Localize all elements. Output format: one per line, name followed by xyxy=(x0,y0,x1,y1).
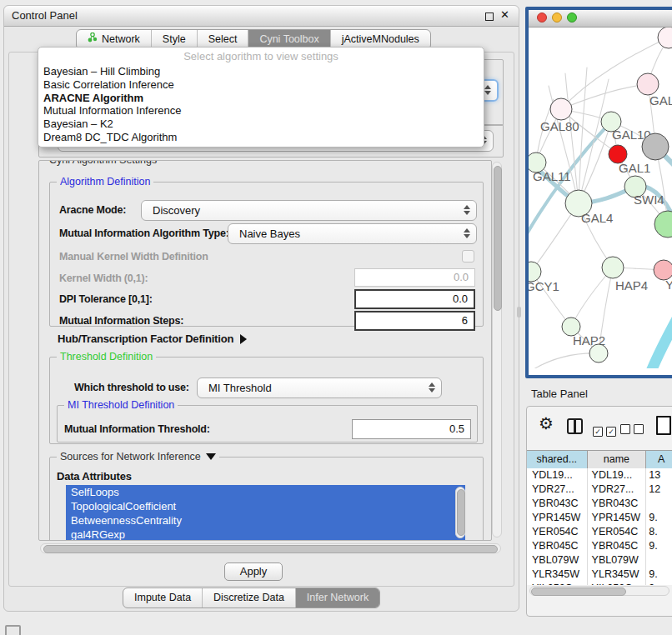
table-cell[interactable]: YER054C xyxy=(588,525,647,539)
zoom-traffic-light[interactable] xyxy=(567,12,577,22)
scrollbar-thumb[interactable] xyxy=(494,166,502,311)
network-edge[interactable] xyxy=(579,79,609,203)
algorithm-option[interactable]: Mutual Information Inference xyxy=(38,104,484,118)
table-cell[interactable]: YDR27... xyxy=(527,482,588,497)
table-cell[interactable]: YLR345W xyxy=(588,568,647,582)
data-attribute-item[interactable]: gal4RGexp xyxy=(66,528,465,540)
column-header-shared-name[interactable]: shared... xyxy=(527,451,588,469)
settings-horizontal-scrollbar[interactable] xyxy=(40,543,501,553)
dpi-tolerance-field[interactable]: 0.0 xyxy=(354,289,475,309)
table-row[interactable]: YDL19...YDL19...13 xyxy=(527,468,672,482)
close-traffic-light[interactable] xyxy=(537,12,547,22)
table-cell[interactable]: YBR043C xyxy=(527,497,588,511)
network-edge[interactable] xyxy=(650,286,672,368)
algorithm-option[interactable]: Bayesian – Hill Climbing xyxy=(38,65,484,78)
network-node[interactable] xyxy=(658,28,672,48)
table-row[interactable]: YBL079WYBL079W xyxy=(527,553,672,568)
dpi-tolerance-value: 0.0 xyxy=(453,292,468,305)
data-attribute-item[interactable]: BetweennessCentrality xyxy=(66,513,465,528)
hub-definition-label: Hub/Transcription Factor Definition xyxy=(58,332,233,345)
manual-kernel-checkbox[interactable] xyxy=(462,250,474,262)
apply-button[interactable]: Apply xyxy=(224,562,283,581)
split-pane-divider[interactable] xyxy=(517,307,521,318)
tab-infer-network[interactable]: Infer Network xyxy=(295,588,379,608)
table-cell[interactable] xyxy=(646,553,672,568)
network-node[interactable] xyxy=(602,257,624,278)
table-cell[interactable]: YDL19... xyxy=(527,468,588,482)
aracne-mode-combobox[interactable]: Discovery xyxy=(141,200,477,221)
attributes-list-scrollbar[interactable] xyxy=(455,487,465,538)
select-all-icon[interactable]: ✓✓ xyxy=(593,422,619,438)
data-attribute-item[interactable]: TopologicalCoefficient xyxy=(66,499,465,513)
tab-impute-data[interactable]: Impute Data xyxy=(123,588,202,608)
table-cell[interactable]: YDL19... xyxy=(588,468,647,482)
table-cell[interactable]: YER054C xyxy=(527,525,588,539)
scrollbar-thumb[interactable] xyxy=(43,545,498,553)
select-none-icon[interactable] xyxy=(620,422,647,438)
document-icon[interactable] xyxy=(656,416,671,435)
kernel-width-field[interactable]: 0.0 xyxy=(354,268,475,287)
network-edge[interactable] xyxy=(565,73,579,203)
table-cell[interactable] xyxy=(646,497,672,511)
sources-group-title[interactable]: Sources for Network Inference xyxy=(57,451,219,462)
column-header-partial[interactable]: A xyxy=(646,451,672,469)
algorithm-option[interactable]: Basic Correlation Inference xyxy=(38,78,484,92)
scrollbar-thumb[interactable] xyxy=(531,588,626,596)
table-cell[interactable]: YIL052C xyxy=(527,582,588,585)
network-node[interactable] xyxy=(550,98,572,120)
mi-type-combobox[interactable]: Naive Bayes xyxy=(228,223,477,244)
table-cell[interactable]: YPR145W xyxy=(588,511,647,525)
table-cell[interactable]: YBL079W xyxy=(527,553,588,568)
network-node[interactable] xyxy=(642,133,669,160)
table-cell[interactable]: YBL079W xyxy=(588,553,647,568)
table-horizontal-scrollbar[interactable] xyxy=(529,586,669,596)
algorithm-option[interactable]: ARACNE Algorithm xyxy=(38,92,484,105)
network-edge[interactable] xyxy=(529,353,599,368)
table-row[interactable]: YLR345WYLR345W9. xyxy=(527,568,672,582)
mi-steps-field[interactable]: 6 xyxy=(354,311,475,331)
network-edge[interactable] xyxy=(579,68,587,203)
table-row[interactable]: YPR145WYPR145W9. xyxy=(527,511,672,525)
table-cell[interactable]: YBR045C xyxy=(527,539,588,553)
minimized-panel-icon[interactable] xyxy=(5,625,21,635)
network-canvas[interactable]: GALGAL80GAL10GAL1GAL11SWI4GAL4HAP4YGCY1H… xyxy=(529,28,672,368)
table-cell[interactable]: 12 xyxy=(646,482,672,497)
table-cell[interactable]: YBR043C xyxy=(588,497,647,511)
algorithm-option[interactable]: Bayesian – K2 xyxy=(38,118,484,131)
checked-box-icon: ✓ xyxy=(606,427,616,437)
table-cell[interactable]: YLR345W xyxy=(527,568,588,582)
table-cell[interactable]: YDR27... xyxy=(588,482,647,497)
table-cell[interactable]: 9. xyxy=(646,568,672,582)
network-node[interactable] xyxy=(654,211,672,238)
table-cell[interactable]: 8. xyxy=(646,525,672,539)
data-attributes-list[interactable]: SelfLoopsTopologicalCoefficientBetweenne… xyxy=(66,485,465,540)
data-attribute-item[interactable]: SelfLoops xyxy=(66,485,465,499)
which-threshold-combobox[interactable]: MI Threshold xyxy=(197,378,442,398)
scrollbar-thumb[interactable] xyxy=(457,489,465,536)
minimize-traffic-light[interactable] xyxy=(552,12,562,22)
table-cell[interactable]: 13 xyxy=(646,468,672,482)
gear-icon[interactable]: ⚙ xyxy=(539,415,554,432)
network-node[interactable] xyxy=(637,73,659,95)
table-cell[interactable]: YIL052C xyxy=(588,582,647,585)
mi-threshold-field[interactable]: 0.5 xyxy=(352,419,471,439)
float-window-icon[interactable] xyxy=(485,12,494,21)
settings-vertical-scrollbar[interactable] xyxy=(492,162,502,538)
table-cell[interactable]: YPR145W xyxy=(527,511,588,525)
table-row[interactable]: YIL052CYIL052C9 xyxy=(527,582,672,585)
close-icon[interactable]: ✕ xyxy=(500,8,509,21)
table-cell[interactable]: 9. xyxy=(646,511,672,525)
table-row[interactable]: YBR043CYBR043C xyxy=(527,497,672,511)
table-row[interactable]: YDR27...YDR27...12 xyxy=(527,482,672,497)
network-node[interactable] xyxy=(589,344,608,362)
columns-icon[interactable] xyxy=(567,418,583,434)
column-header-name[interactable]: name xyxy=(588,451,647,469)
table-row[interactable]: YBR045CYBR045C9. xyxy=(527,539,672,553)
algorithm-option[interactable]: Dream8 DC_TDC Algorithm xyxy=(38,131,484,144)
table-cell[interactable]: 9. xyxy=(646,539,672,553)
table-cell[interactable]: 9 xyxy=(646,582,672,585)
table-cell[interactable]: YBR045C xyxy=(588,539,647,553)
table-row[interactable]: YER054CYER054C8. xyxy=(527,525,672,539)
tab-discretize-data[interactable]: Discretize Data xyxy=(202,588,295,608)
hub-definition-toggle[interactable]: Hub/Transcription Factor Definition xyxy=(58,331,247,346)
